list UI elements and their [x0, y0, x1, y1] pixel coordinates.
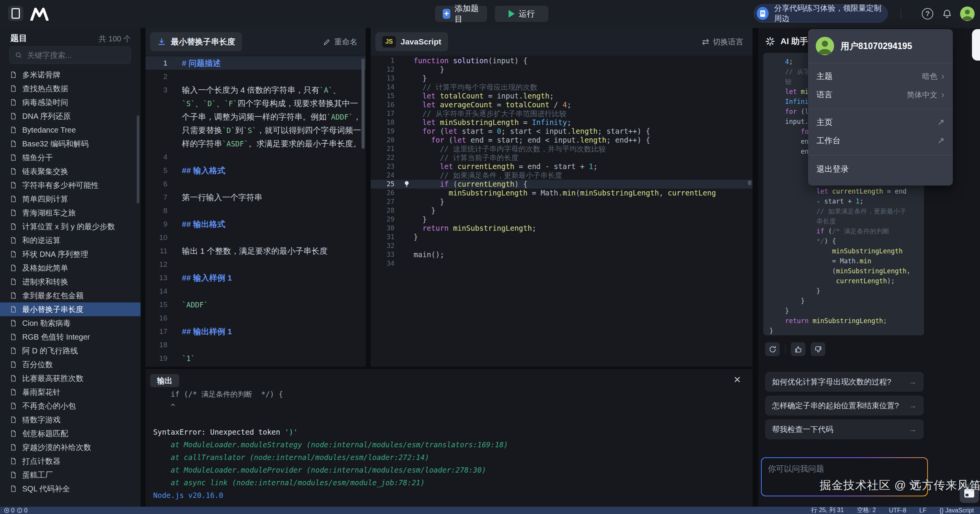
statusbar-item[interactable]: {} JavaScript	[939, 507, 974, 514]
output-tab[interactable]: 输出	[150, 374, 179, 387]
problem-lines[interactable]: 1# 问题描述23输入一个长度为 4 倍数的字符串，只有`A`、`S`、`D`、…	[146, 56, 366, 367]
code-line[interactable]: 20 for (let end = start; end < input.len…	[371, 136, 753, 145]
markdown-line[interactable]: 13## 输入样例 1	[146, 271, 366, 284]
regenerate-button[interactable]	[765, 342, 780, 356]
sidebar-item[interactable]: 链表聚集交换	[0, 164, 141, 178]
markdown-line[interactable]: 1# 问题描述	[146, 56, 366, 70]
switch-language-button[interactable]: ⇄ 切换语言	[702, 28, 743, 56]
code-line[interactable]: 14 // 计算平均每个字母应出现的次数	[371, 83, 753, 92]
lightbulb-icon[interactable]	[402, 180, 414, 189]
code-line[interactable]: 13 }	[371, 74, 753, 83]
markdown-line[interactable]: 4	[146, 150, 366, 164]
sidebar-item[interactable]: 进制求和转换	[0, 275, 141, 289]
statusbar-item[interactable]: 空格: 2	[857, 506, 876, 514]
markdown-line[interactable]: 3输入一个长度为 4 倍数的字符串，只有`A`、	[146, 83, 366, 97]
sidebar-item[interactable]: 蛋糕工厂	[0, 468, 141, 482]
code-line[interactable]: 17 // 从字符串开头逐步扩大子串范围进行比较	[371, 109, 753, 118]
sidebar-item[interactable]: 计算位置 x 到 y 的最少步数	[0, 220, 141, 233]
suggestion-chip[interactable]: 帮我检查一下代码→	[765, 419, 924, 439]
problem-scrollbar[interactable]	[362, 59, 365, 149]
code-line[interactable]: 30 return minSubstringLength;	[371, 224, 753, 233]
sidebar-item[interactable]: 百分位数	[0, 358, 141, 371]
code-line[interactable]: 16 let averageCount = totalCount / 4;	[371, 100, 753, 109]
sidebar-item[interactable]: Bytedance Tree	[0, 123, 141, 137]
sidebar-item[interactable]: 查找热点数据	[0, 82, 141, 95]
sidebar-item[interactable]: 多米诺骨牌	[0, 68, 141, 82]
sidebar-item[interactable]: 创意标题匹配	[0, 427, 141, 440]
menu-item-theme[interactable]: 主题 暗色›	[808, 67, 953, 85]
markdown-line[interactable]: 20	[146, 365, 366, 367]
sidebar-item[interactable]: 阿 D 的飞行路线	[0, 344, 141, 358]
markdown-line[interactable]: 14	[146, 284, 366, 298]
markdown-line[interactable]: 12	[146, 258, 366, 271]
code-line[interactable]: 31}	[371, 233, 753, 241]
code-line[interactable]: 28 }	[371, 206, 753, 215]
sidebar-item[interactable]: 比赛最高获胜次数	[0, 371, 141, 385]
code-line[interactable]: 18 let minSubstringLength = Infinity;	[371, 118, 753, 127]
sidebar-item[interactable]: Base32 编码和解码	[0, 137, 141, 151]
statusbar-item[interactable]: UTF-8	[889, 507, 906, 514]
markdown-line[interactable]: 10	[146, 231, 366, 244]
code-line[interactable]: 26 minSubstringLength = Math.min(minSubs…	[371, 189, 753, 197]
code-line[interactable]: 29 }	[371, 215, 753, 224]
user-avatar[interactable]	[960, 7, 975, 21]
sidebar-item[interactable]: DNA 序列还原	[0, 109, 141, 123]
code-line[interactable]: 21 // 这里统计子串内字母的次数，并与平均次数比较	[371, 145, 753, 153]
markdown-line[interactable]: 2	[146, 70, 366, 83]
code-line[interactable]: 25 if (currentLength) {	[371, 180, 753, 189]
code-line[interactable]: 32	[371, 241, 753, 250]
sidebar-item[interactable]: 最小替换子串长度	[0, 302, 141, 316]
menu-item-home[interactable]: 主页 ↗	[808, 113, 953, 131]
markdown-line[interactable]: 15`ADDF`	[146, 298, 366, 311]
menu-item-logout[interactable]: 退出登录	[808, 160, 953, 178]
code-line[interactable]: 27 }	[371, 197, 753, 206]
sidebar-item[interactable]: 及格如此简单	[0, 261, 141, 275]
promo-banner[interactable]: 分享代码练习体验，领限量定制周边	[754, 4, 888, 23]
warnings-count[interactable]: 0	[17, 507, 28, 514]
markdown-line[interactable]: 只需要替换`D`到`S`，就可以得到四个字母词频一	[146, 123, 366, 137]
sidebar-item[interactable]: 和的逆运算	[0, 233, 141, 247]
code-line[interactable]: 24 // 如果满足条件，更新最小子串长度	[371, 171, 753, 180]
thumbs-up-button[interactable]	[791, 342, 805, 356]
sidebar-item[interactable]: 打点计数器	[0, 454, 141, 468]
brand-logo[interactable]	[30, 8, 49, 21]
markdown-line[interactable]: 19`1`	[146, 351, 366, 365]
flyout-handle[interactable]	[972, 29, 980, 61]
sidebar-item[interactable]: 猫鱼分干	[0, 151, 141, 164]
sidebar-item[interactable]: 简单四则计算	[0, 192, 141, 206]
markdown-line[interactable]: 18	[146, 338, 366, 351]
markdown-line[interactable]: 16	[146, 311, 366, 325]
code-line[interactable]: 33main();	[371, 250, 753, 259]
sidebar-item[interactable]: 暴雨梨花针	[0, 385, 141, 399]
sidebar-item[interactable]: 不再贪心的小包	[0, 399, 141, 413]
rename-button[interactable]: 重命名	[323, 28, 357, 56]
sidebar-item[interactable]: 病毒感染时间	[0, 95, 141, 109]
code-line[interactable]: 23 let currentLength = end - start + 1;	[371, 162, 753, 171]
markdown-line[interactable]: 个子串，调整为词频一样的字符串。例如`ADDF`，	[146, 110, 366, 123]
sidebar-item[interactable]: SQL 代码补全	[0, 482, 141, 496]
suggestion-chip[interactable]: 如何优化计算字母出现次数的过程?→	[765, 372, 924, 392]
code-line[interactable]: 12 }	[371, 65, 753, 74]
problem-tab[interactable]: 最小替换子串长度	[150, 32, 242, 51]
markdown-line[interactable]: 8	[146, 204, 366, 217]
sidebar-toggle-button[interactable]	[8, 6, 23, 21]
markdown-line[interactable]: 5## 输入格式	[146, 164, 366, 177]
thumbs-down-button[interactable]	[811, 342, 825, 356]
sidebar-item[interactable]: RGB 色值转 Integer	[0, 330, 141, 344]
sidebar-item[interactable]: 猜数字游戏	[0, 413, 141, 427]
notification-bell-icon[interactable]	[942, 8, 952, 19]
sidebar-item[interactable]: 穿越沙漠的补给次数	[0, 440, 141, 454]
help-icon[interactable]: ?	[922, 8, 933, 20]
problems-summary[interactable]: 00	[0, 507, 28, 514]
code-line[interactable]: 1function solution(input) {	[371, 56, 753, 65]
code-line[interactable]: 22 // 计算当前子串的长度	[371, 153, 753, 162]
errors-count[interactable]: 0	[4, 507, 15, 514]
suggestion-chip[interactable]: 怎样确定子串的起始位置和结束位置?→	[765, 396, 924, 415]
statusbar-item[interactable]: LF	[919, 507, 927, 514]
close-icon[interactable]: ✕	[733, 374, 741, 385]
sidebar-item[interactable]: 青海湖租车之旅	[0, 206, 141, 220]
sidebar-item[interactable]: 字符串有多少种可能性	[0, 178, 141, 192]
code-line[interactable]: 34	[371, 259, 753, 268]
code-line[interactable]: 15 let totalCount = input.length;	[371, 92, 753, 100]
menu-item-language[interactable]: 语言 简体中文›	[808, 86, 953, 103]
